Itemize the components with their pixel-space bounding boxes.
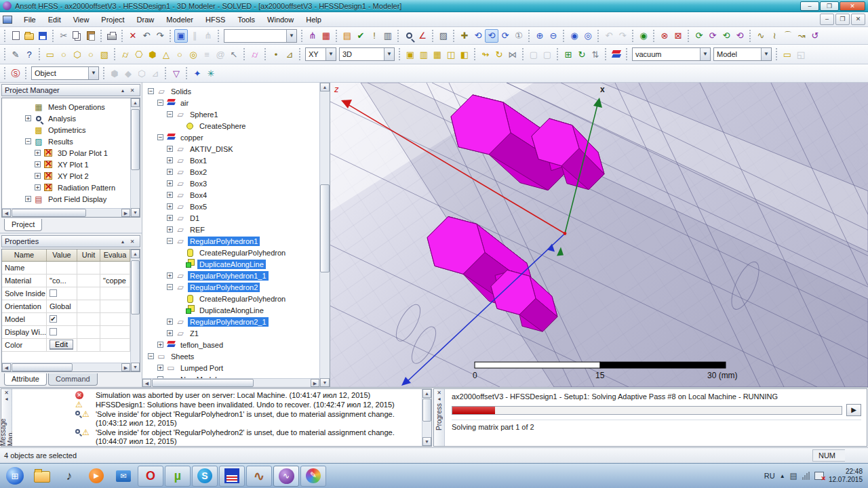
property-value[interactable] [47,287,77,300]
flip-normal-button[interactable]: ⇅ [589,47,602,61]
show-radiation-button[interactable]: ✳ [204,66,218,80]
toolbar-grip[interactable] [749,30,752,42]
model-tree-item[interactable]: −▱RegularPolyhedron2 [145,281,319,293]
toolbar-grip[interactable] [52,30,55,42]
draw-box-button[interactable]: ▧ [98,47,111,61]
fit-all-button[interactable]: ◉ [637,29,650,43]
draw-cylinder-button[interactable]: ⌭ [119,47,132,61]
draw-ellipse-button[interactable]: ○ [84,47,98,61]
toolbar-grip[interactable] [652,30,656,42]
model-tree-item[interactable]: +▱RegularPolyhedron1_1 [145,270,319,281]
mirror-button[interactable]: ⋈ [506,47,519,61]
project-tree-vscrollbar[interactable]: ▲ ▼ [130,98,140,217]
expand-toggle-icon[interactable]: − [148,353,154,359]
paint-taskbar-button[interactable] [300,466,326,487]
viewport-canvas[interactable]: z x 0 15 30 (mm) [330,83,868,387]
draw-plane-button[interactable]: ⊿ [283,47,296,61]
orient-iso-button[interactable]: ⟳ [692,29,706,43]
toolbar-grip[interactable] [528,30,531,42]
minimize-button[interactable]: – [800,1,819,11]
language-indicator[interactable]: RU [764,472,775,480]
model-tree-item[interactable]: −▱Sphere1 [145,108,319,120]
hide-selection-button[interactable]: ⊠ [671,29,685,43]
project-manager-header[interactable]: Project Manager ▴ ✕ [1,84,140,96]
expand-toggle-icon[interactable]: + [167,215,173,221]
draw-polyhedron-button[interactable]: ⎔ [132,47,146,61]
menu-project[interactable]: Project [95,14,130,26]
property-value[interactable] [47,326,77,338]
message-row[interactable]: ✕Simulation was aborted by user on serve… [75,391,421,400]
message-row[interactable]: ⚠HFSSDesign1: Solutions have been invali… [75,401,421,409]
toolbar-grip[interactable] [100,30,103,42]
new-button[interactable] [9,29,22,43]
expand-toggle-icon[interactable]: + [167,146,173,152]
toolbar-grip[interactable] [243,48,246,60]
media-player-taskbar-button[interactable]: ▶ [83,466,109,487]
model-tree-item[interactable]: CreateRegularPolyhedron [145,247,319,258]
property-row[interactable]: ColorEdit [2,339,130,352]
imprint-button[interactable]: ◧ [458,47,471,61]
close-icon[interactable]: ✕ [127,86,137,94]
unite-button[interactable]: ▣ [403,47,417,61]
record-macro-button[interactable]: ✎ [9,47,22,61]
validate-check-button[interactable]: ✔ [354,29,368,43]
toolbar-grip[interactable] [185,67,189,79]
toolbar-grip[interactable] [521,48,525,60]
model-tree-item[interactable]: +▱D1 [145,212,319,224]
toolbar-grip[interactable] [38,48,41,60]
expand-toggle-icon[interactable]: + [157,365,163,371]
expand-toggle-icon[interactable]: + [157,342,163,348]
undo-button[interactable]: ↶ [140,29,153,43]
toolbar-grip[interactable] [631,30,635,42]
draw-polygon-button[interactable]: ⬡ [71,47,84,61]
model-tree-item[interactable]: +▱REF [145,224,319,235]
expand-toggle-icon[interactable]: + [25,115,31,121]
model-tree-item[interactable]: −air [145,97,319,108]
toolbar-grip[interactable] [431,30,435,42]
signal-bars-icon[interactable] [802,472,810,480]
save-button[interactable] [36,29,50,43]
scroll-down-icon[interactable]: ▼ [131,363,140,371]
progress-tab[interactable]: Progress [435,403,443,430]
solve-matrix-button[interactable]: ▦ [319,29,333,43]
draw-sweep-button[interactable]: ↖ [227,47,241,61]
scroll-thumb[interactable] [12,363,73,371]
project-tree-item[interactable]: +XY Plot 2 [3,170,130,182]
property-row[interactable]: Name [2,262,130,274]
expand-toggle-icon[interactable]: + [167,192,173,198]
project-tree-item[interactable]: +XY Plot 1 [3,159,130,170]
menu-help[interactable]: Help [300,14,328,26]
column-header[interactable]: Name [2,249,47,261]
zoom-out-window-button[interactable]: ⊖ [547,29,560,43]
message-row[interactable]: ⚠'Solve inside' for object 'RegularPolyh… [75,410,421,428]
array-rotate-button[interactable]: ↻ [575,47,589,61]
toolbar-grip[interactable] [217,30,220,42]
opera-taskbar-button[interactable]: O [138,466,163,487]
zoom-in-window-button[interactable]: ⊕ [533,29,547,43]
model-tree-item[interactable]: +▱Box2 [145,166,319,178]
scroll-right-icon[interactable]: ▶ [311,379,319,387]
modeler-tool-taskbar-button[interactable]: ∿ [246,466,272,487]
scroll-left-icon[interactable]: ◀ [2,363,11,371]
scroll-right-icon[interactable]: ▶ [121,209,130,217]
explorer-taskbar-button[interactable] [29,466,55,487]
expand-toggle-icon[interactable]: + [167,157,173,163]
menu-tools[interactable]: Tools [231,14,261,26]
floppy-tool-taskbar-button[interactable] [219,466,245,487]
orient-top-button[interactable]: ⟳ [706,29,719,43]
intersect-button[interactable]: ▦ [431,47,444,61]
draw-rectangle-button[interactable]: ▭ [43,47,57,61]
model-tree-item[interactable]: −▱Solids [145,85,319,97]
edit-points-button[interactable]: ↺ [808,29,822,43]
solve-active-button[interactable]: ▣ [174,29,188,43]
expand-toggle-icon[interactable]: + [167,226,173,232]
menu-modeler[interactable]: Modeler [160,14,199,26]
property-row[interactable]: Solve Inside [2,287,130,300]
property-row[interactable]: OrientationGlobal [2,300,130,313]
toolbar-grip[interactable] [3,67,7,79]
scroll-up-icon[interactable]: ▲ [320,83,330,92]
model-tree-item[interactable]: +▱AKTIV_DISK [145,143,319,155]
toolbar-grip[interactable] [102,67,106,79]
scroll-thumb[interactable] [152,379,254,387]
skype-taskbar-button[interactable]: S [192,466,218,487]
